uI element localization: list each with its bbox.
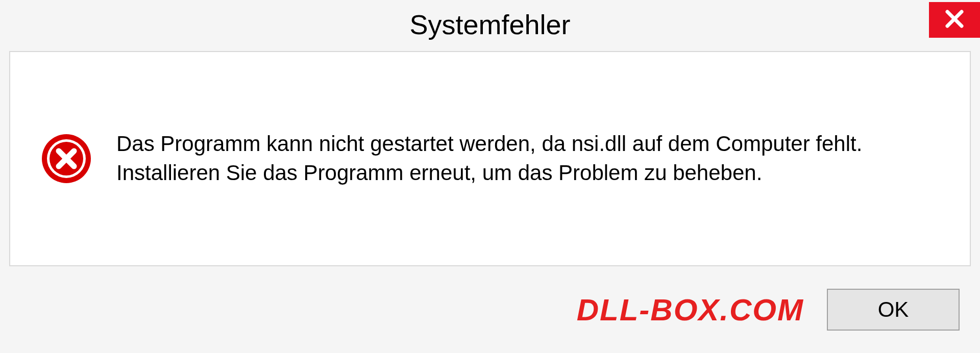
error-icon: [41, 133, 92, 184]
watermark-text: DLL-BOX.COM: [577, 292, 804, 327]
ok-button[interactable]: OK: [827, 289, 960, 331]
dialog-title: Systemfehler: [409, 9, 570, 40]
dialog-footer: DLL-BOX.COM OK: [0, 266, 980, 353]
dialog-content: Das Programm kann nicht gestartet werden…: [9, 51, 971, 266]
close-icon: [944, 8, 965, 32]
close-button[interactable]: [929, 2, 980, 38]
error-message: Das Programm kann nicht gestartet werden…: [116, 130, 882, 187]
titlebar: Systemfehler: [0, 0, 980, 48]
